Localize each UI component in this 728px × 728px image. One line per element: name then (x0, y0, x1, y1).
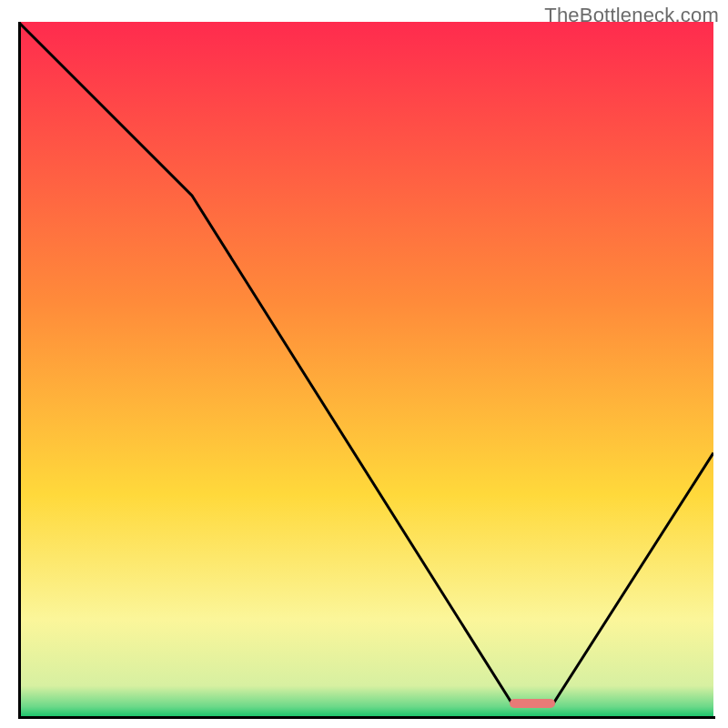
bottleneck-curve (18, 22, 713, 703)
bottleneck-chart: TheBottleneck.com (0, 0, 728, 728)
y-axis-line (18, 22, 21, 719)
watermark-text: TheBottleneck.com (544, 4, 719, 27)
optimal-range-marker (510, 699, 555, 708)
plot-area (18, 22, 713, 717)
x-axis-line (18, 716, 715, 719)
plot-line-svg (18, 22, 713, 717)
